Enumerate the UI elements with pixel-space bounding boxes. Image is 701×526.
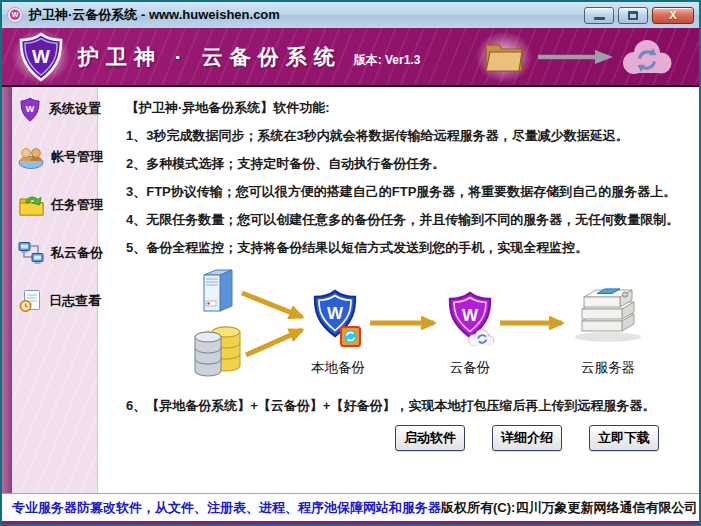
local-backup-shield-icon: W (310, 289, 364, 353)
svg-text:W: W (12, 11, 19, 18)
footer: 专业服务器防篡改软件，从文件、注册表、进程、程序池保障网站和服务器 版权所有(C… (2, 493, 699, 524)
minimize-button[interactable] (584, 7, 614, 24)
users-icon (18, 145, 44, 169)
sidebar-item-system-settings[interactable]: W 系统设置 (18, 96, 97, 122)
sidebar-accent-strip (2, 87, 12, 493)
cloud-server-icon (570, 281, 644, 347)
sidebar-item-log-viewer[interactable]: 日志查看 (18, 288, 97, 314)
features-heading: 【护卫神·异地备份系统】软件功能: (126, 99, 689, 117)
footer-copyright: 版权所有(C):四川万象更新网络通信有限公司 (441, 499, 697, 517)
sidebar-item-account-management[interactable]: 帐号管理 (18, 144, 97, 170)
window-title: 护卫神·云备份系统 - www.huweishen.com (29, 6, 280, 24)
backup-flow-diagram: W W (126, 267, 689, 391)
footer-tagline: 专业服务器防篡改软件，从文件、注册表、进程、程序池保障网站和服务器 (12, 499, 441, 517)
sidebar-item-label: 日志查看 (49, 292, 101, 310)
cloud-server-label: 云服务器 (562, 359, 654, 377)
sidebar-item-label: 帐号管理 (51, 148, 103, 166)
shield-logo-icon: W (10, 28, 72, 85)
sidebar-item-label: 任务管理 (51, 196, 103, 214)
svg-text:W: W (327, 304, 344, 323)
sidebar-item-private-cloud-backup[interactable]: 私云备份 (18, 240, 97, 266)
header-banner: W 护卫神 · 云备份系统 版本: Ver1.3 (2, 28, 699, 87)
local-backup-label: 本地备份 (302, 359, 374, 377)
feature-line-3: 3、FTP协议传输；您可以很方便的搭建自己的FTP服务器，将重要数据存储到自己的… (126, 183, 689, 201)
feature-line-1: 1、3秒完成数据同步；系统在3秒内就会将数据传输给远程服务器，尽量减少数据延迟。 (126, 127, 689, 145)
launch-software-button[interactable]: 启动软件 (395, 425, 465, 451)
sidebar-item-task-management[interactable]: 任务管理 (18, 192, 97, 218)
database-icon (192, 323, 244, 385)
folder-icon (474, 30, 534, 84)
main-content: 【护卫神·异地备份系统】软件功能: 1、3秒完成数据同步；系统在3秒内就会将数据… (98, 87, 699, 493)
shield-w-icon: W (18, 96, 42, 122)
feature-line-2: 2、多种模式选择；支持定时备份、自动执行备份任务。 (126, 155, 689, 173)
download-now-button[interactable]: 立即下载 (589, 425, 659, 451)
svg-text:W: W (26, 104, 35, 114)
window-controls: X (584, 7, 694, 24)
feature-line-4: 4、无限任务数量；您可以创建任意多的备份任务，并且传输到不同的服务器，无任何数量… (126, 211, 689, 229)
app-logo-small-icon: W (7, 7, 23, 23)
maximize-icon (628, 11, 638, 20)
titlebar[interactable]: W 护卫神·云备份系统 - www.huweishen.com X (2, 2, 699, 28)
maximize-button[interactable] (618, 7, 648, 24)
sidebar: W 系统设置 帐号管理 (2, 87, 98, 493)
sidebar-item-label: 私云备份 (51, 244, 103, 262)
svg-text:W: W (32, 46, 50, 67)
cloud-backup-label: 云备份 (436, 359, 504, 377)
details-button[interactable]: 详细介绍 (492, 425, 562, 451)
folder-sync-icon (18, 193, 44, 217)
svg-text:W: W (462, 306, 479, 325)
cloud-sync-icon (617, 36, 677, 78)
minimize-icon (594, 17, 605, 20)
feature-line-5: 5、备份全程监控；支持将备份结果以短信方式发送到您的手机，实现全程监控。 (126, 239, 689, 257)
header-sync-illustration (474, 30, 677, 84)
feature-line-6: 6、【异地备份系统】+【云备份】+【好备份】，实现本地打包压缩后再上传到远程服务… (126, 397, 689, 415)
close-button[interactable]: X (652, 7, 694, 24)
log-clock-icon (18, 289, 42, 313)
transfer-arrow-icon (538, 50, 613, 64)
close-icon: X (669, 10, 676, 21)
app-title: 护卫神 · 云备份系统 (78, 43, 342, 71)
server-tower-icon (194, 267, 240, 321)
sidebar-item-label: 系统设置 (49, 100, 101, 118)
version-label: 版本: Ver1.3 (354, 52, 421, 69)
action-button-row: 启动软件 详细介绍 立即下载 (126, 425, 689, 451)
cloud-backup-shield-icon: W (444, 291, 496, 353)
network-computers-icon (18, 241, 44, 265)
app-window: W 护卫神·云备份系统 - www.huweishen.com X W (0, 0, 701, 526)
